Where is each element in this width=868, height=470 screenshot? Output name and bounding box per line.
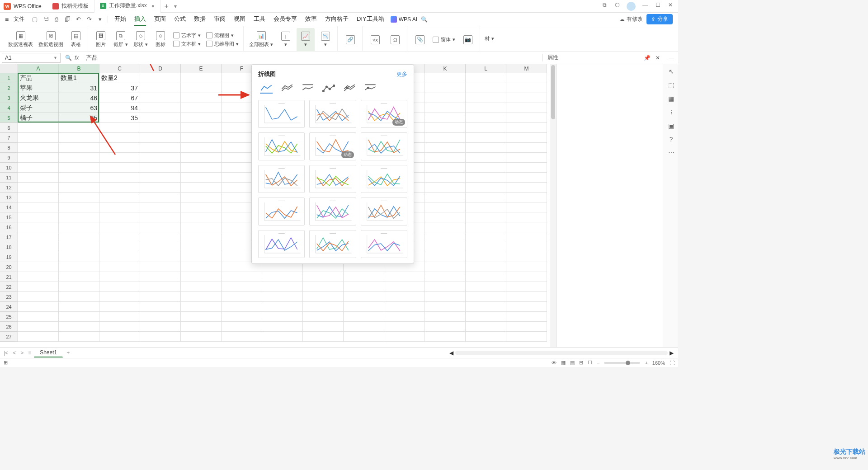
cell[interactable] (18, 262, 59, 272)
cell[interactable] (99, 222, 140, 232)
chart-template-thumb[interactable]: —— (309, 100, 356, 128)
chart-template-thumb[interactable]: —— (309, 197, 356, 226)
cell[interactable] (140, 222, 181, 232)
cell[interactable] (222, 332, 262, 342)
cell[interactable] (303, 322, 344, 332)
cell[interactable] (140, 143, 181, 153)
chart-type-1-button[interactable]: ⫿▾ (277, 28, 295, 52)
picture-button[interactable]: 🖼图片 (92, 28, 110, 52)
cell[interactable] (222, 322, 262, 332)
cell[interactable] (181, 272, 222, 282)
tab-diy[interactable]: DIY工具箱 (357, 13, 384, 26)
cell[interactable]: 橘子 (18, 113, 59, 123)
zoom-level[interactable]: 160% (652, 360, 665, 366)
cell[interactable] (59, 242, 99, 252)
cell[interactable]: 数量1 (59, 73, 99, 83)
cell[interactable] (181, 322, 222, 332)
cell[interactable] (425, 103, 466, 113)
cell[interactable] (222, 312, 262, 322)
select-all-corner[interactable] (0, 64, 18, 73)
camera-button[interactable]: 📷 (459, 28, 477, 52)
cell[interactable] (99, 312, 140, 322)
cell[interactable] (18, 153, 59, 163)
cell[interactable] (303, 302, 344, 312)
cell[interactable] (425, 222, 466, 232)
sheet-tab[interactable]: Sheet1 (34, 348, 63, 357)
cell[interactable] (466, 153, 506, 163)
cell[interactable] (506, 153, 547, 163)
cell[interactable] (18, 242, 59, 252)
cell[interactable] (262, 282, 303, 292)
cell[interactable] (99, 282, 140, 292)
cell[interactable] (181, 212, 222, 222)
cell[interactable] (59, 123, 99, 133)
row-header[interactable]: 13 (0, 193, 18, 202)
row-header[interactable]: 7 (0, 133, 18, 143)
cell[interactable] (59, 222, 99, 232)
cell[interactable]: 火龙果 (18, 93, 59, 103)
cell[interactable] (59, 232, 99, 242)
cell[interactable] (99, 133, 140, 143)
cell[interactable]: 苹果 (18, 83, 59, 93)
new-tab-button[interactable]: + (160, 2, 172, 10)
cell[interactable]: 梨子 (18, 103, 59, 113)
tab-review[interactable]: 审阅 (214, 13, 226, 26)
cell[interactable] (18, 312, 59, 322)
cell[interactable] (466, 73, 506, 83)
column-header[interactable]: M (506, 64, 547, 73)
chart-template-thumb[interactable]: —— (258, 132, 305, 160)
cell[interactable] (425, 232, 466, 242)
window-copy-icon[interactable]: ⧉ (601, 2, 608, 11)
form-button[interactable]: 窗体 ▾ (431, 36, 457, 43)
cell[interactable] (506, 302, 547, 312)
more-link[interactable]: 更多 (396, 70, 407, 78)
cell[interactable] (506, 83, 547, 93)
tab-efficiency[interactable]: 效率 (305, 13, 317, 26)
cell[interactable] (99, 332, 140, 342)
cell[interactable] (140, 252, 181, 262)
row-header[interactable]: 22 (0, 282, 18, 292)
cell[interactable] (344, 322, 384, 332)
cell[interactable] (425, 73, 466, 83)
table-button[interactable]: ▤表格 (67, 28, 85, 52)
cell[interactable] (506, 93, 547, 103)
cell[interactable] (181, 83, 222, 93)
chart-type-3-button[interactable]: 📉▾ (316, 28, 335, 52)
cell[interactable] (181, 222, 222, 232)
tab-data[interactable]: 数据 (194, 13, 206, 26)
formula-input[interactable]: 产品 (83, 54, 542, 62)
cell[interactable] (18, 282, 59, 292)
cell[interactable] (303, 272, 344, 282)
chart-template-thumb[interactable]: —— (361, 197, 407, 226)
cell[interactable] (99, 212, 140, 222)
row-header[interactable]: 26 (0, 322, 18, 332)
cell[interactable] (181, 193, 222, 202)
cell[interactable] (18, 232, 59, 242)
cell[interactable] (99, 143, 140, 153)
material-button[interactable]: 材 ▾ (483, 35, 496, 42)
line-chart-button[interactable]: 📈▾ (297, 28, 315, 52)
cell[interactable] (466, 93, 506, 103)
textbox-button[interactable]: 文本框 ▾ (171, 40, 203, 48)
name-box[interactable]: A1 ▼ (2, 53, 61, 63)
cell[interactable] (140, 242, 181, 252)
icons-button[interactable]: ☺图标 (151, 28, 170, 52)
cell[interactable] (140, 163, 181, 173)
cell[interactable] (466, 202, 506, 212)
cell[interactable] (384, 332, 425, 342)
attachment-button[interactable]: 📎 (411, 28, 429, 52)
row-header[interactable]: 9 (0, 153, 18, 163)
chart-template-thumb[interactable]: —— (361, 230, 407, 258)
cell[interactable]: 产品 (18, 73, 59, 83)
cell[interactable] (466, 332, 506, 342)
chevron-down-icon[interactable]: ▼ (53, 56, 57, 60)
cell[interactable] (140, 282, 181, 292)
cell[interactable] (181, 232, 222, 242)
cell[interactable] (506, 262, 547, 272)
cell[interactable] (99, 202, 140, 212)
settings-icon[interactable]: ▣ (668, 122, 674, 129)
cell[interactable]: 35 (99, 113, 140, 123)
cell[interactable] (384, 272, 425, 282)
cell[interactable] (425, 173, 466, 183)
cell[interactable] (262, 272, 303, 282)
